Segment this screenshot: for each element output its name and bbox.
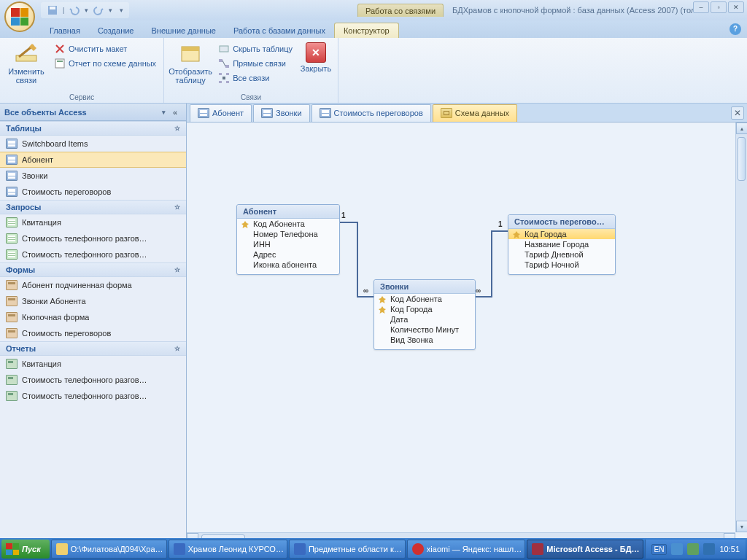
cardinality-one: 1 <box>498 220 503 228</box>
doc-tab[interactable]: Схема данных <box>433 104 517 122</box>
all-relationships-button[interactable]: Все связи <box>215 71 295 85</box>
entity-field[interactable]: Иконка абонента <box>237 260 339 270</box>
office-button[interactable] <box>4 1 35 32</box>
entity-field[interactable]: Код Города <box>508 229 615 239</box>
folder-icon <box>56 543 68 555</box>
entity-field[interactable]: Дата <box>374 314 475 324</box>
entity-field[interactable]: Номер Телефона <box>237 229 339 239</box>
relationship-line[interactable] <box>473 296 492 298</box>
entity-field[interactable]: Количество Минут <box>374 324 475 335</box>
nav-item-query[interactable]: Квитанция <box>0 214 186 230</box>
nav-item-table[interactable]: Звонки <box>0 168 186 184</box>
entity-field[interactable]: Вид Звонка <box>374 335 475 345</box>
nav-collapse-button[interactable]: « <box>169 108 182 117</box>
collapse-icon: ☆ <box>174 125 180 132</box>
entity-field[interactable]: Код Абонента <box>237 219 339 229</box>
minimize-button[interactable]: – <box>693 1 709 13</box>
relationship-line[interactable] <box>357 222 358 297</box>
nav-dropdown-icon[interactable]: ▾ <box>162 109 166 116</box>
nav-item-form[interactable]: Абонент подчиненная форма <box>0 277 186 293</box>
taskbar-item[interactable]: Microsoft Access - БД… <box>527 540 643 559</box>
svg-rect-11 <box>226 73 229 75</box>
entity-zvonki[interactable]: Звонки Код Абонента Код Города Дата Коли… <box>374 279 476 350</box>
separator-icon: | <box>63 7 64 14</box>
nav-section-tables[interactable]: Таблицы☆ <box>0 121 186 136</box>
tab-design[interactable]: Конструктор <box>334 23 399 38</box>
close-tab-button[interactable]: ✕ <box>731 106 744 120</box>
entity-field[interactable]: Тариф Дневной <box>508 249 615 260</box>
nav-item-table[interactable]: Стоимость переговоров <box>0 184 186 200</box>
hide-table-button[interactable]: Скрыть таблицу <box>215 42 295 55</box>
tab-dbtools[interactable]: Работа с базами данных <box>225 23 334 38</box>
show-table-button[interactable]: Отобразить таблицу <box>169 39 212 85</box>
table-icon <box>6 155 18 165</box>
nav-item-query[interactable]: Стоимость телефонного разгов… <box>0 246 186 262</box>
save-icon[interactable] <box>47 4 58 16</box>
entity-field[interactable]: Название Города <box>508 239 615 249</box>
relationship-line[interactable] <box>339 222 357 223</box>
start-button[interactable]: Пуск <box>1 540 50 559</box>
relationship-line[interactable] <box>491 230 492 298</box>
taskbar-item[interactable]: Храмов Леонид КУРСО… <box>169 540 287 559</box>
direct-relationships-button[interactable]: Прямые связи <box>215 57 295 70</box>
entity-field[interactable]: Адрес <box>237 249 339 260</box>
doc-tab[interactable]: Стоимость переговоров <box>311 104 431 122</box>
nav-item-report[interactable]: Стоимость телефонного разгов… <box>0 372 186 388</box>
close-button[interactable]: ✕ <box>728 1 744 13</box>
relationship-line[interactable] <box>357 296 375 298</box>
undo-icon[interactable] <box>69 4 80 16</box>
help-button[interactable]: ? <box>729 23 741 35</box>
chevron-down-icon[interactable]: ▾ <box>109 7 112 14</box>
collapse-icon: ☆ <box>174 203 180 211</box>
entity-abonent[interactable]: Абонент Код Абонента Номер Телефона ИНН … <box>236 204 340 275</box>
nav-item-table[interactable]: Абонент <box>0 152 186 168</box>
word-icon <box>174 543 185 555</box>
entity-field[interactable]: Тариф Ночной <box>508 260 615 270</box>
nav-section-queries[interactable]: Запросы☆ <box>0 200 186 214</box>
entity-stoimost[interactable]: Стоимость переговор… Код Города Название… <box>508 214 616 275</box>
relationships-canvas[interactable]: 1 ∞ ∞ 1 Абонент Код Абонента Номер Телеф… <box>187 122 747 544</box>
nav-item-query[interactable]: Стоимость телефонного разгов… <box>0 230 186 246</box>
nav-item-report[interactable]: Стоимость телефонного разгов… <box>0 388 186 404</box>
close-button-ribbon[interactable]: ✕ Закрыть <box>298 39 333 73</box>
nav-item-form[interactable]: Стоимость переговоров <box>0 325 186 341</box>
tray-icon[interactable] <box>703 543 715 555</box>
nav-section-forms[interactable]: Формы☆ <box>0 262 186 277</box>
restore-button[interactable]: ▫ <box>711 1 727 13</box>
nav-item-table[interactable]: Switchboard Items <box>0 136 186 152</box>
entity-field[interactable]: Код Города <box>374 304 475 314</box>
nav-item-report[interactable]: Квитанция <box>0 356 186 372</box>
form-icon <box>6 328 18 338</box>
taskbar-item[interactable]: O:\Филатова\Д094\Хра… <box>51 540 167 559</box>
scroll-down-button[interactable]: ▾ <box>736 521 747 532</box>
taskbar-item[interactable]: xiaomi — Яндекс: нашл… <box>407 540 525 559</box>
entity-field[interactable]: Код Абонента <box>374 294 475 304</box>
redo-icon[interactable] <box>93 4 104 16</box>
relationship-line[interactable] <box>491 230 509 232</box>
scroll-up-button[interactable]: ▴ <box>736 122 747 134</box>
tab-create[interactable]: Создание <box>89 23 143 38</box>
tray-icon[interactable] <box>671 543 683 555</box>
vertical-scrollbar[interactable]: ▴ ▾ <box>735 122 747 532</box>
qat-customize-icon[interactable]: ▾ <box>120 7 123 14</box>
taskbar-item[interactable]: Предметные области к… <box>289 540 406 559</box>
doc-tab[interactable]: Абонент <box>190 104 252 122</box>
edit-relationships-button[interactable]: Изменить связи <box>4 39 48 85</box>
doc-tab[interactable]: Звонки <box>253 104 310 122</box>
language-indicator[interactable]: EN <box>651 544 667 555</box>
entity-field[interactable]: ИНН <box>237 239 339 249</box>
tray-icon[interactable] <box>687 543 699 555</box>
relationship-report-button[interactable]: Отчет по схеме данных <box>51 57 159 70</box>
nav-item-form[interactable]: Кнопочная форма <box>0 309 186 325</box>
edit-rel-label: Изменить связи <box>4 67 48 85</box>
scroll-thumb[interactable] <box>738 137 746 181</box>
clock[interactable]: 10:51 <box>719 545 740 553</box>
office-logo-icon <box>11 8 28 26</box>
tab-external[interactable]: Внешние данные <box>143 23 225 38</box>
nav-title-bar[interactable]: Все объекты Access ▾ « <box>0 104 186 121</box>
nav-section-reports[interactable]: Отчеты☆ <box>0 341 186 356</box>
nav-item-form[interactable]: Звонки Абонента <box>0 293 186 309</box>
tab-home[interactable]: Главная <box>41 23 89 38</box>
chevron-down-icon[interactable]: ▾ <box>85 7 88 14</box>
clear-layout-button[interactable]: Очистить макет <box>51 42 159 55</box>
